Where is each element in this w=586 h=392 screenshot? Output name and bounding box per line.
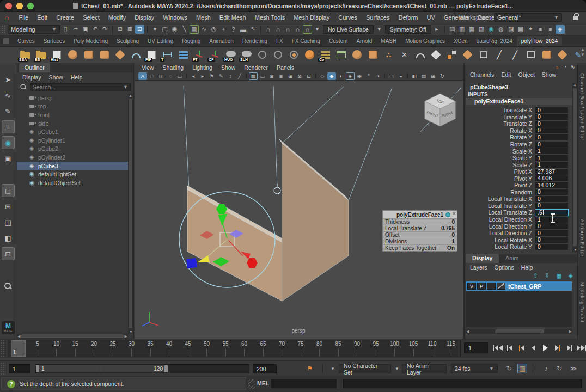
polyextrude-hud[interactable]: polyExtrudeFace1✕ Thickness0Local Transl… <box>382 210 457 252</box>
loop-playback-icon[interactable]: ↻ <box>504 364 514 373</box>
shelf-distance-tool[interactable]: T <box>161 48 174 62</box>
layer-editor-menu-item[interactable]: Options <box>495 264 514 271</box>
menu-item[interactable]: Create <box>52 12 78 23</box>
live-surface-field[interactable]: No Live Surface <box>323 25 374 34</box>
shelf-huo[interactable]: HUO <box>224 48 237 62</box>
shelf-delete-component[interactable] <box>398 48 411 62</box>
select-by-component-icon[interactable]: ⊡ <box>135 25 144 34</box>
move-tool-icon[interactable]: ＋ <box>2 120 15 133</box>
outliner-item[interactable]: pCube1 <box>17 127 128 136</box>
select-handles-icon[interactable]: ▢ <box>160 25 169 34</box>
shelf-bridge[interactable] <box>524 48 538 62</box>
menu-item[interactable]: Edit Mesh <box>215 12 251 23</box>
shelf-fip[interactable]: FIP <box>145 48 158 62</box>
lasso-tool-icon[interactable]: ∿ <box>2 89 15 102</box>
channel-value-field[interactable]: 0 <box>535 107 568 113</box>
playback-range[interactable]: 1 ⋮⋮ 120 <box>36 365 168 372</box>
layer-playback-toggle[interactable]: P <box>477 283 486 290</box>
separator[interactable] <box>384 73 385 79</box>
grease-pencil-icon[interactable]: ✎ <box>217 72 225 80</box>
outliner-item[interactable]: front <box>17 111 128 119</box>
go-to-start-button[interactable] <box>492 342 503 353</box>
channel-value-field[interactable]: 1 <box>535 155 568 161</box>
safe-action-icon[interactable]: ⊠ <box>295 72 304 80</box>
select-surfaces-icon[interactable]: ▦ <box>190 25 199 34</box>
set-key-bookmark-icon[interactable]: ⚑ <box>305 364 315 373</box>
command-line-input[interactable] <box>271 379 337 388</box>
rotate-tool-icon[interactable]: ◉ <box>2 136 15 149</box>
channel-value-field[interactable]: 0 <box>535 134 568 140</box>
layer-move-up-icon[interactable]: ⇧ <box>533 272 538 279</box>
shelf-center-pivot[interactable] <box>287 48 301 62</box>
shelf-tab[interactable]: XGen <box>449 36 472 46</box>
wireframe-on-shaded-icon[interactable]: ◈ <box>346 72 355 80</box>
shelf-es[interactable]: ES <box>34 48 48 62</box>
shelf-poly-cube[interactable] <box>82 48 95 62</box>
display-layers-toggle-icon[interactable]: ◉ <box>487 25 496 34</box>
safe-title-icon[interactable]: ⊡ <box>304 72 313 80</box>
new-scene-icon[interactable]: ▯ <box>61 25 70 34</box>
hud-row[interactable]: Keep Faces TogetherOn <box>383 244 457 251</box>
audio-toggle-icon[interactable]: ♪ <box>541 364 551 373</box>
hud-row[interactable]: Thickness0 <box>383 218 457 225</box>
drag-grip[interactable] <box>0 340 5 357</box>
channel-value-field[interactable]: 0 <box>535 244 568 250</box>
select-by-object-icon[interactable]: ⊠ <box>125 25 135 34</box>
pane-layout-icon[interactable]: ◧ <box>410 72 419 80</box>
lock-selection-icon[interactable]: ▬ <box>239 25 248 34</box>
select-misc-icon[interactable]: ? <box>229 25 238 34</box>
shelf-extrude-box[interactable] <box>366 48 380 62</box>
menu-item[interactable]: Curves <box>334 12 362 23</box>
menu-item[interactable]: Mesh <box>192 12 215 23</box>
timeline-track[interactable]: 5101520253035404550556065707580859095100… <box>8 340 461 357</box>
channel-row[interactable]: Local Translate X0 <box>466 195 572 203</box>
hypershade-icon[interactable]: ◍ <box>497 25 506 34</box>
lock-icon[interactable] <box>573 16 578 20</box>
maya-home-icon[interactable]: ⌂ <box>4 13 9 22</box>
shelf-tab[interactable]: Motion Graphics <box>401 36 449 46</box>
search-input[interactable]: Search...▼ <box>30 83 131 91</box>
separator[interactable] <box>186 73 187 79</box>
layer-editor-menu-item[interactable]: Layers <box>470 264 487 271</box>
shelf-poly-plane[interactable] <box>113 48 127 62</box>
select-dynamics-icon[interactable]: ◎ <box>209 25 218 34</box>
step-back-frame-button[interactable] <box>504 342 515 353</box>
viewport-menu-item[interactable]: Show <box>221 64 235 71</box>
shelf-slh[interactable]: SLH <box>240 48 253 62</box>
scale-tool-icon[interactable]: ▣ <box>2 152 15 165</box>
film-gate-icon[interactable]: ▭ <box>258 72 267 80</box>
select-joints-icon[interactable]: ◉ <box>170 25 179 34</box>
use-default-material-icon[interactable]: ◉ <box>355 72 364 80</box>
layer-list-hscrollbar[interactable]: ◀▶ <box>466 329 572 334</box>
viewport-layout-outliner-icon[interactable]: ◧ <box>2 231 15 244</box>
channel-row[interactable]: Scale Z1 <box>466 161 572 168</box>
viewport-canvas[interactable]: persp TOP FRONT RIGHT polyExtrudeFace1✕ <box>135 81 465 339</box>
drag-grip[interactable] <box>1 25 5 34</box>
animation-preferences-icon[interactable]: ≫ <box>569 364 578 373</box>
auto-keyframe-icon[interactable]: ▥ <box>517 364 527 373</box>
modeling-toolkit-toggle-icon[interactable]: ◈ <box>556 25 565 34</box>
snap-to-grid-icon[interactable]: ∩ <box>264 25 273 34</box>
outliner-menu-item[interactable]: Display <box>22 74 41 81</box>
channel-row[interactable]: Local Direction X1 <box>466 216 572 223</box>
shelf-tab[interactable]: Poly Modeling <box>69 36 112 46</box>
select-by-hierarchy-icon[interactable]: ⊞ <box>115 25 125 34</box>
panel-collapse-icon[interactable]: ▸ <box>432 25 442 34</box>
shelf-blocks[interactable] <box>445 48 459 62</box>
render-settings-icon[interactable]: ▧ <box>477 25 486 34</box>
select-deformations-icon[interactable]: ∿ <box>199 25 209 34</box>
step-forward-frame-button[interactable] <box>564 342 575 353</box>
range-start-handle[interactable] <box>36 365 39 372</box>
channel-value-field[interactable]: 0 <box>535 121 568 127</box>
character-set-caret-icon[interactable]: ▾ <box>328 364 338 373</box>
viewport-layout-four-icon[interactable]: ⊞ <box>2 200 15 213</box>
channel-value-field[interactable]: 0 <box>535 223 568 229</box>
panel-menu-icon[interactable]: ▤ <box>419 72 428 80</box>
bookmark-view-icon[interactable]: ◌ <box>166 72 175 80</box>
menu-item[interactable]: Edit <box>33 12 52 23</box>
outliner-tab[interactable]: Outliner <box>19 63 50 72</box>
menu-item[interactable]: Display <box>130 12 158 23</box>
anim-layer-caret-icon[interactable]: ▾ <box>392 364 402 373</box>
channel-box-menu-item[interactable]: Show <box>542 71 556 78</box>
dolly-icon[interactable]: ↕ <box>226 72 235 80</box>
